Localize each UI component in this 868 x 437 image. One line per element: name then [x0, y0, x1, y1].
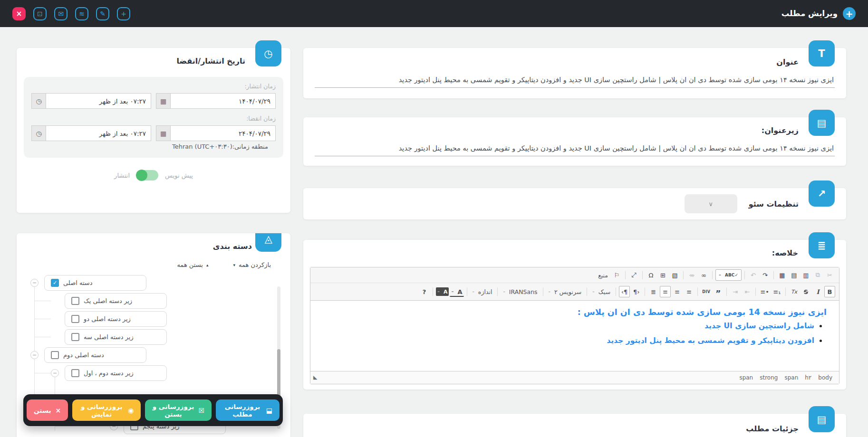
tree-scrollbar-thumb[interactable] [277, 349, 280, 397]
source-button[interactable]: منبع [596, 269, 610, 281]
add-icon[interactable]: + [117, 7, 130, 20]
undo-button[interactable]: ↷ [760, 269, 771, 281]
spellcheck-dropdown[interactable]: ABC✓ [715, 269, 742, 281]
category-checkbox[interactable]: ✓ [51, 279, 59, 287]
button-icon: ☒ [198, 407, 204, 414]
align-right-button[interactable]: ≡ [684, 286, 694, 297]
remove-format-button[interactable]: Tx [789, 286, 800, 297]
button-label: بستن [34, 407, 51, 414]
category-checkbox[interactable]: ✓ [71, 333, 79, 341]
category-checkbox[interactable]: ✓ [51, 351, 59, 359]
category-checkbox[interactable]: ✓ [71, 297, 79, 305]
expire-time-input[interactable] [46, 125, 151, 141]
calendar-icon[interactable]: ▦ [156, 93, 171, 109]
resize-grip-icon[interactable]: ◣ [313, 374, 317, 380]
strikethrough-button[interactable]: S [800, 286, 811, 297]
update-and-close-button[interactable]: ☒ بروزرسانی و بستن [145, 399, 212, 421]
tree-row: − ✓ زیر دسته دوم ، اول [17, 365, 290, 381]
collapse-node-icon[interactable]: − [30, 279, 39, 287]
collapse-node-icon[interactable]: − [30, 351, 39, 359]
expand-all-label: بازکردن همه [239, 261, 271, 268]
text-color-button[interactable]: A [450, 287, 463, 297]
category-checkbox[interactable]: ✓ [71, 369, 79, 377]
details-card: ▤ جزئیات مطلب [303, 414, 846, 437]
expand-all-link[interactable]: بازکردن همه ▾ [233, 261, 271, 268]
element-path-item[interactable]: span [784, 374, 798, 381]
toolbar-separator [497, 287, 498, 296]
title-icon: T [809, 40, 835, 66]
button-icon: ⬓ [266, 407, 272, 414]
monitor-icon[interactable]: ⊡ [33, 7, 47, 20]
collapse-node-icon[interactable]: − [51, 369, 59, 377]
title-input[interactable] [315, 73, 835, 88]
update-and-view-button[interactable]: ◉ بروزرسانی و نمایش [72, 399, 141, 421]
collapse-all-link[interactable]: ▴ بستن همه [177, 261, 208, 268]
styles-dropdown[interactable]: سبک [590, 286, 613, 297]
close-button[interactable]: × بستن [27, 399, 68, 421]
seo-expand-button[interactable]: ∨ [685, 194, 737, 213]
element-path-item[interactable]: span [739, 374, 753, 381]
special-char-button[interactable]: Ω [646, 269, 656, 281]
expire-date-input[interactable] [171, 125, 276, 141]
paste-button[interactable]: ▥ [800, 269, 811, 281]
category-item[interactable]: ✓ زیر دسته اصلی یک [65, 293, 167, 309]
close-icon[interactable]: × [12, 7, 26, 20]
italic-button[interactable]: I [812, 286, 823, 297]
link-button[interactable]: ∞ [698, 269, 709, 281]
table-button[interactable]: ⊞ [657, 269, 668, 281]
category-label: زیر دسته اصلی یک [84, 297, 132, 304]
category-item[interactable]: ✓ دسته اصلی دوم [44, 347, 146, 363]
bg-color-button[interactable]: A [436, 287, 449, 296]
tree-row: − ✓ دسته اصلی [17, 275, 290, 291]
publish-date-input[interactable] [171, 93, 276, 109]
calendar-icon[interactable]: ▦ [156, 125, 171, 141]
title-card: T عنوان [303, 48, 846, 98]
draft-label: پیش نویس [165, 172, 193, 179]
publish-time-input[interactable] [46, 93, 151, 109]
chat-icon[interactable]: ✉ [54, 7, 68, 20]
page-layout: T عنوان ▤ زیرعنوان: ↗ تنظیمات سئو ∨ ≣ خل… [0, 27, 868, 437]
subtitle-input[interactable] [315, 142, 835, 156]
editor-content[interactable]: ایزی نیوز نسخه 14 بومی سازی شده توسط دی … [310, 301, 839, 371]
paste-text-button[interactable]: ▤ [789, 269, 800, 281]
paste-word-button[interactable]: ▦ [777, 269, 788, 281]
numbered-list-button[interactable]: ≡₁ [772, 286, 782, 297]
bidi-ltr-button[interactable]: ¶› [631, 286, 642, 297]
anchor-icon[interactable]: ⚐ [611, 269, 622, 281]
clock-addon-icon[interactable]: ◷ [31, 93, 46, 109]
add-post-icon[interactable]: + [843, 7, 856, 20]
layers-icon[interactable]: ≋ [75, 7, 88, 20]
toolbar-separator [744, 271, 745, 279]
element-path-item[interactable]: body [818, 374, 832, 381]
bold-button[interactable]: B [824, 286, 835, 297]
expire-time-group: ◷ [31, 125, 151, 141]
justify-button[interactable]: ≣ [648, 286, 659, 297]
bullet-list-button[interactable]: ≡• [759, 286, 771, 297]
category-item[interactable]: ✓ زیر دسته دوم ، اول [65, 365, 167, 381]
publish-toggle[interactable] [136, 170, 158, 180]
update-post-button[interactable]: ⬓ بروزرسانی مطلب [216, 399, 280, 421]
rich-text-editor: ✂ ⧉ ▥ ▤ ▦ ↷ ↶ [310, 267, 839, 384]
about-button[interactable]: ? [419, 286, 430, 297]
font-dropdown[interactable]: IRANSans [501, 286, 540, 297]
align-left-button[interactable]: ≡ [660, 286, 671, 297]
element-path-item[interactable]: strong [760, 374, 778, 381]
format-dropdown[interactable]: سرنویس ۲ [546, 286, 584, 297]
clock-icon: ◷ [255, 40, 281, 66]
blockquote-button[interactable]: ” [713, 286, 723, 297]
div-container-button[interactable]: DIV [701, 286, 712, 297]
element-path-item[interactable]: h۲ [805, 374, 811, 381]
edit-icon[interactable]: ✎ [96, 7, 109, 20]
bidi-rtl-button[interactable]: ‹¶ [619, 286, 630, 297]
category-item[interactable]: ✓ زیر دسته اصلی دو [65, 311, 167, 327]
seo-card: ↗ تنظیمات سئو ∨ [303, 188, 846, 219]
category-item[interactable]: ✓ دسته اصلی [44, 275, 146, 291]
clock-addon-icon[interactable]: ◷ [31, 125, 46, 141]
maximize-button[interactable]: ⤢ [628, 269, 639, 281]
align-center-button[interactable]: ≡ [672, 286, 683, 297]
timezone-value: (UTC+۰۳:۳۰) Tehran [172, 143, 232, 150]
category-item[interactable]: ✓ زیر دسته اصلی سه [65, 329, 167, 345]
category-checkbox[interactable]: ✓ [71, 315, 79, 323]
image-button[interactable]: ▧ [669, 269, 680, 281]
size-dropdown[interactable]: اندازه [470, 286, 495, 297]
